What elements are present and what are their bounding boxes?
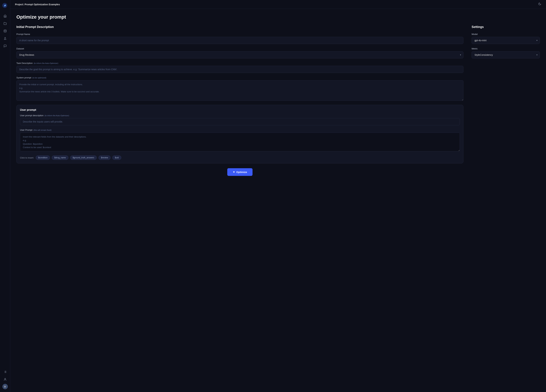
dataset-select-wrapper: Drug Reviews News Articles Customer Revi…	[16, 51, 463, 58]
metric-select-wrapper: StyleConsistency Accuracy Fluency Cohere…	[472, 51, 540, 58]
tag-uid[interactable]: $uid	[112, 155, 121, 160]
system-prompt-group: System prompt (to be optimized)	[16, 76, 463, 101]
sidebar-item-folder[interactable]	[2, 20, 8, 27]
task-description-sub-label: (to inform the Auto-Optimizer)	[34, 62, 58, 64]
app-logo[interactable]	[2, 3, 8, 9]
svg-point-8	[5, 378, 6, 379]
optimize-button[interactable]: ✦ Optimize	[227, 168, 253, 176]
user-prompt-text-label: User Prompt (this will remain fixed)	[20, 129, 460, 131]
sidebar-item-home[interactable]	[2, 13, 8, 19]
tag-ground-truth-answers[interactable]: $ground_truth_answers	[70, 155, 97, 160]
avatar[interactable]: D	[2, 384, 8, 389]
task-description-group: Task Description (to inform the Auto-Opt…	[16, 62, 463, 73]
main-wrapper: Project: Prompt Optimization Examples Op…	[10, 0, 546, 392]
sidebar-item-chat[interactable]	[2, 43, 8, 49]
user-prompt-description-label: User prompt description (to inform the A…	[20, 114, 460, 117]
prompt-name-label: Prompt Name	[16, 33, 463, 35]
optimize-btn-wrapper: ✦ Optimize	[16, 168, 463, 180]
model-select-wrapper: gpt-4o-mini gpt-4o gpt-3.5-turbo ▾	[472, 37, 540, 44]
user-prompt-description-sub-label: (to inform the Auto-Optimizer)	[45, 114, 69, 117]
topbar-title: Project: Prompt Optimization Examples	[15, 3, 60, 6]
sidebar-item-person[interactable]	[2, 376, 8, 382]
system-prompt-label: System prompt (to be optimized)	[16, 76, 463, 79]
sidebar-item-database[interactable]	[2, 28, 8, 34]
metric-label: Metric	[472, 47, 540, 50]
svg-point-1	[4, 30, 6, 31]
click-to-insert-label: Click to insert:	[20, 157, 34, 159]
user-prompt-description-group: User prompt description (to inform the A…	[20, 114, 460, 125]
optimize-label: Optimize	[236, 171, 247, 173]
tag-drug-name[interactable]: $drug_name	[52, 155, 68, 160]
user-prompt-text-sub-label: (this will remain fixed)	[33, 129, 52, 131]
right-column: Settings Model gpt-4o-mini gpt-4o gpt-3.…	[472, 25, 540, 180]
sidebar: D	[0, 0, 10, 392]
task-description-input[interactable]	[16, 66, 463, 73]
settings-heading: Settings	[472, 25, 540, 29]
content-area: Optimize your prompt Initial Prompt Desc…	[10, 9, 546, 392]
system-prompt-textarea[interactable]	[16, 80, 463, 101]
sidebar-item-flask[interactable]	[2, 35, 8, 42]
prompt-name-group: Prompt Name	[16, 33, 463, 44]
model-select[interactable]: gpt-4o-mini gpt-4o gpt-3.5-turbo	[472, 37, 540, 44]
metric-select[interactable]: StyleConsistency Accuracy Fluency Cohere…	[472, 51, 540, 58]
page-title: Optimize your prompt	[16, 14, 540, 20]
task-description-label: Task Description (to inform the Auto-Opt…	[16, 62, 463, 64]
user-prompt-textarea[interactable]	[20, 133, 460, 151]
user-prompt-title: User prompt	[20, 108, 460, 111]
sidebar-item-list[interactable]	[2, 369, 8, 375]
dark-mode-icon[interactable]	[538, 2, 541, 6]
user-prompt-section: User prompt User prompt description (to …	[16, 105, 463, 164]
dataset-group: Dataset Drug Reviews News Articles Custo…	[16, 47, 463, 58]
two-col-layout: Initial Prompt Description Prompt Name D…	[16, 25, 540, 180]
tag-review[interactable]: $review	[98, 155, 110, 160]
dataset-select[interactable]: Drug Reviews News Articles Customer Revi…	[16, 51, 463, 58]
user-prompt-description-input[interactable]	[20, 118, 460, 125]
model-group: Model gpt-4o-mini gpt-4o gpt-3.5-turbo ▾	[472, 33, 540, 44]
tag-condition[interactable]: $condition	[36, 155, 50, 160]
system-prompt-sub-label: (to be optimized)	[32, 77, 46, 79]
prompt-name-input[interactable]	[16, 37, 463, 44]
initial-prompt-heading: Initial Prompt Description	[16, 25, 463, 29]
dataset-label: Dataset	[16, 47, 463, 50]
topbar: Project: Prompt Optimization Examples	[10, 0, 546, 9]
optimize-icon: ✦	[233, 171, 235, 174]
click-to-insert-bar: Click to insert: $condition $drug_name $…	[20, 155, 460, 160]
user-prompt-text-group: User Prompt (this will remain fixed)	[20, 129, 460, 152]
left-column: Initial Prompt Description Prompt Name D…	[16, 25, 463, 180]
model-label: Model	[472, 33, 540, 35]
metric-group: Metric StyleConsistency Accuracy Fluency…	[472, 47, 540, 58]
